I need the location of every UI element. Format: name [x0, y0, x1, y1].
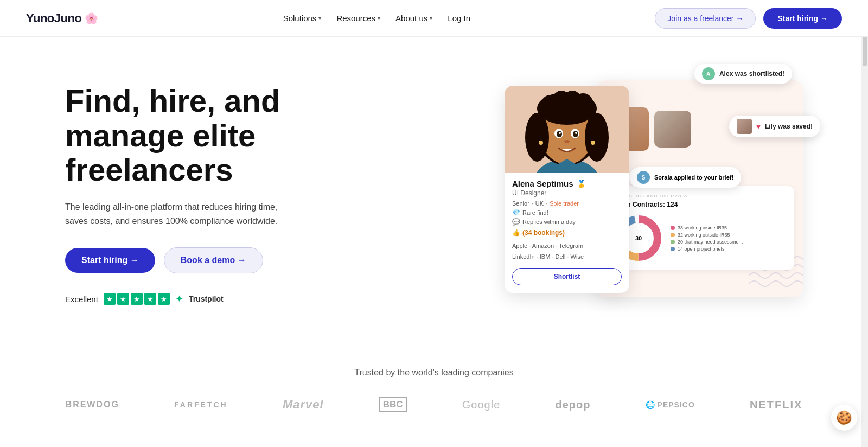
star-3: ★: [131, 293, 143, 305]
legend-dot: [671, 233, 675, 237]
hero-visual: A Alex was shortlisted! ♥ Lily was saved…: [488, 69, 825, 319]
svg-point-18: [564, 140, 570, 143]
svg-text:30: 30: [635, 235, 642, 241]
svg-point-16: [559, 132, 561, 134]
diamond-icon: 💎: [512, 209, 520, 216]
alex-avatar: A: [702, 67, 715, 80]
nav-resources[interactable]: Resources ▾: [336, 14, 380, 23]
rare-find-badge: 💎 Rare find!: [512, 209, 622, 216]
chevron-down-icon: ▾: [378, 15, 380, 21]
legend-dot: [671, 247, 675, 251]
svg-point-5: [525, 113, 549, 162]
globe-icon: 🌐: [646, 400, 655, 409]
star-2: ★: [117, 293, 129, 305]
shortlist-button[interactable]: Shortlist: [512, 268, 622, 285]
google-logo: Google: [462, 399, 501, 411]
trusted-label: Trusted by the world's leading companies: [43, 368, 825, 378]
nav-about[interactable]: About us ▾: [395, 14, 432, 23]
thumbs-up-icon: 👍: [512, 229, 520, 237]
stats-contracts: Open Contracts: 124: [614, 201, 786, 208]
freelancer-name: Alena Septimus: [512, 179, 573, 188]
brewdog-logo: BREWDOG: [66, 400, 119, 410]
trustpilot-icon: ✦: [175, 293, 183, 305]
stats-panel: Statistics and overview Open Contracts: …: [605, 186, 794, 270]
marvel-logo: Marvel: [283, 398, 324, 412]
legend-dot: [671, 240, 675, 244]
freelancer-companies: Apple · Amazon · Telegram LinkedIn · IBM…: [512, 241, 622, 263]
start-hiring-nav-button[interactable]: Start hiring →: [763, 8, 842, 29]
book-demo-button[interactable]: Book a demo →: [164, 247, 263, 273]
soraia-avatar: S: [637, 171, 650, 184]
notif-alex: A Alex was shortlisted!: [694, 64, 792, 84]
start-hiring-hero-button[interactable]: Start hiring →: [65, 248, 155, 273]
logo-text: YunoJuno: [26, 11, 81, 25]
netflix-logo: NETFLIX: [750, 399, 802, 411]
bookings: 👍 (34 bookings): [512, 229, 622, 237]
farfetch-logo: FARFETCH: [174, 400, 228, 409]
trustpilot-stars: ★ ★ ★ ★ ★: [104, 293, 170, 305]
svg-point-20: [591, 141, 595, 145]
legend-item: 14 open project briefs: [671, 246, 743, 252]
freelancer-tags: Senior · UK · Sole trader: [512, 200, 622, 207]
nav-links: Solutions ▾ Resources ▾ About us ▾ Log I…: [283, 14, 470, 23]
trustpilot-label: Excellent: [65, 295, 98, 304]
replies-badge: 💬 Replies within a day: [512, 218, 622, 226]
freelancer-name-row: Alena Septimus 🥇: [512, 179, 622, 188]
svg-point-15: [573, 131, 578, 137]
heart-icon: ♥: [756, 122, 761, 131]
notif-soraia-text: Soraia applied to your brief!: [654, 174, 733, 181]
svg-point-11: [573, 93, 593, 113]
depop-logo: depop: [555, 399, 590, 411]
hero-title: Find, hire, and manage elite freelancers: [65, 84, 347, 187]
logos-row: BREWDOG FARFETCH Marvel BBC Google depop…: [43, 397, 825, 412]
trustpilot-section: Excellent ★ ★ ★ ★ ★ ✦ Trustpilot: [65, 293, 347, 305]
legend-item: 32 working outside IR35: [671, 232, 743, 238]
cookie-button[interactable]: 🍪: [831, 405, 857, 431]
freelancer-role: UI Designer: [512, 189, 622, 197]
freelancer-photo: [505, 86, 629, 173]
chevron-down-icon: ▾: [318, 15, 321, 21]
freelancer-illustration: [505, 86, 629, 173]
hero-left: Find, hire, and manage elite freelancers…: [65, 84, 347, 305]
hero-buttons: Start hiring → Book a demo →: [65, 247, 347, 273]
trusted-section: Trusted by the world's leading companies…: [0, 341, 868, 434]
cookie-icon: 🍪: [836, 410, 852, 425]
navbar: YunoJuno 🌸 Solutions ▾ Resources ▾ About…: [0, 0, 868, 37]
svg-point-6: [585, 113, 609, 162]
notif-lily-text: Lily was saved!: [765, 123, 813, 130]
chart-legend: 38 working inside IR3532 working outside…: [671, 225, 743, 252]
notif-lily: ♥ Lily was saved!: [729, 116, 820, 137]
lily-photo: [737, 119, 752, 134]
pepsico-logo: 🌐 PEPSICO: [646, 400, 695, 409]
trustpilot-brand: Trustpilot: [189, 295, 224, 303]
svg-point-19: [539, 141, 543, 145]
nav-login[interactable]: Log In: [448, 14, 470, 23]
nav-actions: Join as a freelancer → Start hiring →: [655, 8, 842, 29]
legend-item: 20 that may need assessment: [671, 239, 743, 245]
star-5: ★: [158, 293, 170, 305]
nav-solutions[interactable]: Solutions ▾: [283, 14, 322, 23]
notif-soraia: S Soraia applied to your brief!: [629, 167, 741, 188]
donut-row: 30 38 working inside IR3532 working outs…: [614, 214, 786, 263]
clock-icon: 💬: [512, 218, 520, 226]
hero-section: Find, hire, and manage elite freelancers…: [0, 37, 868, 341]
freelancer-info: Alena Septimus 🥇 UI Designer Senior · UK…: [505, 173, 629, 293]
chevron-down-icon: ▾: [430, 15, 432, 21]
notif-alex-text: Alex was shortlisted!: [719, 70, 784, 78]
star-4: ★: [144, 293, 156, 305]
bbc-logo: BBC: [379, 397, 407, 412]
hero-subtitle: The leading all-in-one platform that red…: [65, 200, 293, 228]
svg-point-14: [557, 131, 562, 137]
star-1: ★: [104, 293, 116, 305]
scrollbar-track: [861, 0, 868, 434]
freelancer-card: Alena Septimus 🥇 UI Designer Senior · UK…: [505, 86, 629, 293]
logo-icon: 🌸: [85, 12, 98, 25]
logo[interactable]: YunoJuno 🌸: [26, 11, 98, 25]
medal-icon: 🥇: [577, 180, 586, 188]
svg-point-17: [575, 132, 577, 134]
join-freelancer-button[interactable]: Join as a freelancer →: [655, 8, 756, 29]
thumb-2: [654, 111, 691, 148]
legend-dot: [671, 226, 675, 230]
legend-item: 38 working inside IR35: [671, 225, 743, 231]
stats-header: Statistics and overview: [614, 194, 786, 199]
